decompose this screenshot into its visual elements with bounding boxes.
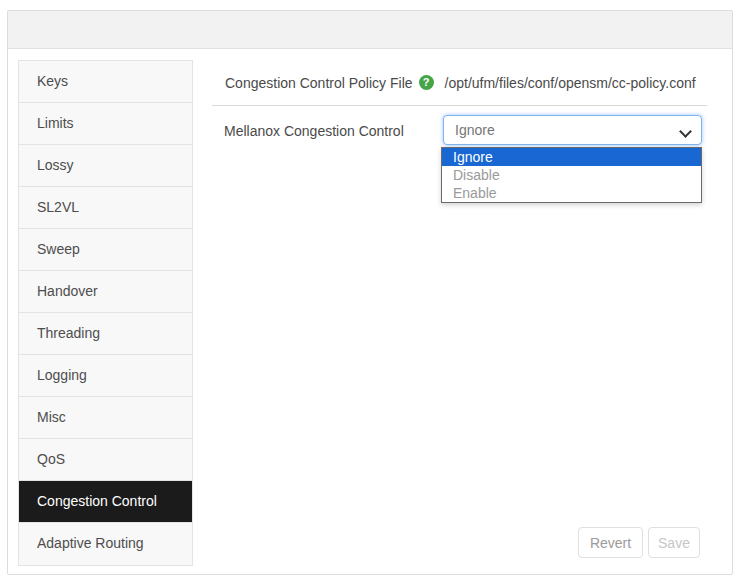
sidebar-item-handover[interactable]: Handover [19, 271, 192, 313]
revert-button[interactable]: Revert [578, 527, 643, 558]
option-enable[interactable]: Enable [442, 184, 701, 202]
chevron-down-icon [681, 125, 691, 135]
policy-file-row: Congestion Control Policy File ? /opt/uf… [225, 60, 696, 105]
help-icon[interactable]: ? [419, 75, 434, 90]
sidebar-item-misc[interactable]: Misc [19, 397, 192, 439]
sidebar-item-adaptive-routing[interactable]: Adaptive Routing [19, 523, 192, 565]
sidebar-item-limits[interactable]: Limits [19, 103, 192, 145]
policy-file-value: /opt/ufm/files/conf/opensm/cc-policy.con… [445, 75, 696, 91]
sidebar-item-sl2vl[interactable]: SL2VL [19, 187, 192, 229]
sidebar-item-logging[interactable]: Logging [19, 355, 192, 397]
option-ignore[interactable]: Ignore [442, 148, 701, 166]
option-disable[interactable]: Disable [442, 166, 701, 184]
save-button[interactable]: Save [648, 527, 700, 558]
policy-file-label: Congestion Control Policy File [225, 75, 413, 91]
sidebar-item-sweep[interactable]: Sweep [19, 229, 192, 271]
sidebar-item-lossy[interactable]: Lossy [19, 145, 192, 187]
congestion-control-dropdown: Ignore Disable Enable [441, 147, 702, 203]
sidebar-item-threading[interactable]: Threading [19, 313, 192, 355]
row-divider [212, 105, 707, 106]
panel-header [8, 11, 732, 49]
selected-option-text: Ignore [455, 122, 495, 138]
settings-page: Keys Limits Lossy SL2VL Sweep Handover T… [0, 0, 741, 580]
congestion-control-select[interactable]: Ignore [443, 115, 702, 145]
sidebar-item-congestion-control[interactable]: Congestion Control [19, 481, 192, 523]
congestion-control-label: Mellanox Congestion Control [224, 123, 404, 139]
sidebar-item-qos[interactable]: QoS [19, 439, 192, 481]
settings-sidebar: Keys Limits Lossy SL2VL Sweep Handover T… [18, 60, 193, 566]
sidebar-item-keys[interactable]: Keys [19, 61, 192, 103]
